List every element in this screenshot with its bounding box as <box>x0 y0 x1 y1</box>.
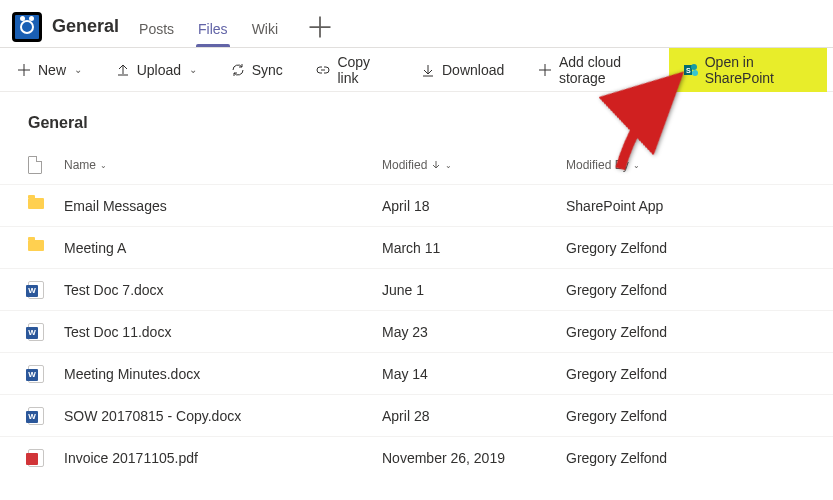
plus-icon <box>16 62 32 78</box>
new-label: New <box>38 62 66 78</box>
file-name: SOW 20170815 - Copy.docx <box>64 408 382 424</box>
table-row[interactable]: Test Doc 11.docxMay 23Gregory Zelfond <box>0 310 833 352</box>
tab-posts[interactable]: Posts <box>137 21 176 47</box>
file-modified: March 11 <box>382 240 566 256</box>
new-button[interactable]: New ⌄ <box>6 54 92 86</box>
command-bar: New ⌄ Upload ⌄ Sync Copy link Download A… <box>0 48 833 92</box>
table-row[interactable]: SOW 20170815 - Copy.docxApril 28Gregory … <box>0 394 833 436</box>
download-label: Download <box>442 62 504 78</box>
file-modified: June 1 <box>382 282 566 298</box>
column-header-modifiedby[interactable]: Modified By ⌄ <box>566 158 833 172</box>
file-modified: April 28 <box>382 408 566 424</box>
table-row[interactable]: Meeting AMarch 11Gregory Zelfond <box>0 226 833 268</box>
upload-button[interactable]: Upload ⌄ <box>105 54 207 86</box>
tab-wiki[interactable]: Wiki <box>250 21 280 47</box>
file-name: Test Doc 7.docx <box>64 282 382 298</box>
file-name: Email Messages <box>64 198 382 214</box>
modifiedby-header-label: Modified By <box>566 158 629 172</box>
open-sharepoint-button[interactable]: S Open in SharePoint <box>669 48 827 92</box>
tab-files[interactable]: Files <box>196 21 230 47</box>
table-header-row: Name ⌄ Modified ⌄ Modified By ⌄ <box>0 150 833 184</box>
table-row[interactable]: Meeting Minutes.docxMay 14Gregory Zelfon… <box>0 352 833 394</box>
plus-icon <box>537 62 553 78</box>
file-modifiedby: Gregory Zelfond <box>566 408 833 424</box>
svg-text:S: S <box>686 67 691 74</box>
file-list: Email MessagesApril 18SharePoint AppMeet… <box>0 184 833 478</box>
upload-icon <box>115 62 131 78</box>
table-row[interactable]: Email MessagesApril 18SharePoint App <box>0 184 833 226</box>
download-button[interactable]: Download <box>410 54 514 86</box>
sync-button[interactable]: Sync <box>220 54 293 86</box>
channel-header: General Posts Files Wiki <box>0 0 833 48</box>
word-icon <box>28 407 44 425</box>
modified-header-label: Modified <box>382 158 427 172</box>
sharepoint-label: Open in SharePoint <box>705 54 813 86</box>
table-row[interactable]: Invoice 20171105.pdfNovember 26, 2019Gre… <box>0 436 833 478</box>
sync-label: Sync <box>252 62 283 78</box>
file-modified: May 14 <box>382 366 566 382</box>
chevron-down-icon: ⌄ <box>633 161 640 170</box>
download-icon <box>420 62 436 78</box>
file-name: Test Doc 11.docx <box>64 324 382 340</box>
add-tab-button[interactable] <box>306 13 334 41</box>
upload-label: Upload <box>137 62 181 78</box>
file-modified: November 26, 2019 <box>382 450 566 466</box>
link-icon <box>315 62 331 78</box>
channel-name: General <box>52 16 119 37</box>
svg-point-1 <box>691 64 697 70</box>
team-avatar <box>12 12 42 42</box>
chevron-down-icon: ⌄ <box>74 64 82 75</box>
plus-icon <box>306 13 334 41</box>
table-row[interactable]: Test Doc 7.docxJune 1Gregory Zelfond <box>0 268 833 310</box>
word-icon <box>28 281 44 299</box>
pdf-icon <box>28 449 44 467</box>
file-modifiedby: Gregory Zelfond <box>566 366 833 382</box>
column-header-name[interactable]: Name ⌄ <box>64 158 382 172</box>
file-modifiedby: Gregory Zelfond <box>566 450 833 466</box>
sort-down-icon <box>431 160 441 170</box>
folder-icon <box>28 198 44 209</box>
file-modified: April 18 <box>382 198 566 214</box>
file-name: Meeting Minutes.docx <box>64 366 382 382</box>
file-modifiedby: Gregory Zelfond <box>566 324 833 340</box>
file-type-header-icon[interactable] <box>28 156 42 174</box>
file-name: Invoice 20171105.pdf <box>64 450 382 466</box>
file-name: Meeting A <box>64 240 382 256</box>
file-modifiedby: SharePoint App <box>566 198 833 214</box>
sync-icon <box>230 62 246 78</box>
chevron-down-icon: ⌄ <box>189 64 197 75</box>
word-icon <box>28 323 44 341</box>
file-modifiedby: Gregory Zelfond <box>566 240 833 256</box>
breadcrumb: General <box>0 92 833 150</box>
word-icon <box>28 365 44 383</box>
sharepoint-icon: S <box>683 62 699 78</box>
folder-icon <box>28 240 44 251</box>
addcloud-label: Add cloud storage <box>559 54 659 86</box>
column-header-modified[interactable]: Modified ⌄ <box>382 158 566 172</box>
tab-strip: Posts Files Wiki <box>137 6 334 47</box>
addcloud-button[interactable]: Add cloud storage <box>527 54 669 86</box>
svg-point-2 <box>692 70 698 76</box>
file-modifiedby: Gregory Zelfond <box>566 282 833 298</box>
copylink-button[interactable]: Copy link <box>305 54 397 86</box>
chevron-down-icon: ⌄ <box>445 161 452 170</box>
name-header-label: Name <box>64 158 96 172</box>
chevron-down-icon: ⌄ <box>100 161 107 170</box>
copylink-label: Copy link <box>337 54 387 86</box>
file-modified: May 23 <box>382 324 566 340</box>
